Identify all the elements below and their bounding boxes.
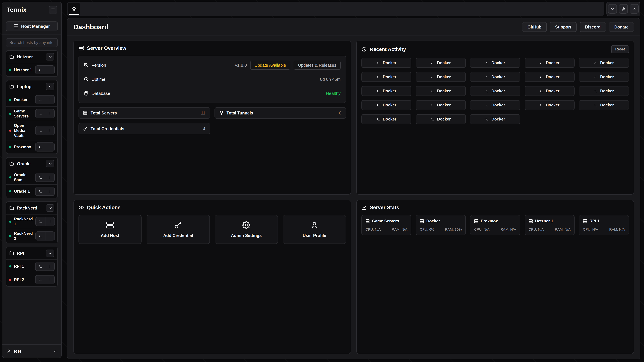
search-input[interactable]	[6, 38, 58, 47]
activity-docker-button[interactable]: Docker	[524, 100, 574, 110]
host-menu-button[interactable]	[45, 276, 54, 284]
activity-docker-button[interactable]: Docker	[524, 72, 574, 82]
admin-settings-button[interactable]: Admin Settings	[215, 215, 278, 244]
group-collapse-button[interactable]	[46, 83, 54, 90]
group-collapse-button[interactable]	[46, 160, 54, 167]
server-stats-grid: Game ServersCPU: N/ARAM: N/ADockerCPU: 6…	[362, 215, 629, 235]
activity-docker-button[interactable]: Docker	[579, 72, 629, 82]
host-row-proxmox[interactable]: Proxmox	[6, 140, 57, 153]
activity-docker-button[interactable]: Docker	[524, 58, 574, 68]
status-dot-online	[9, 221, 11, 223]
host-manager-button[interactable]: Host Manager	[6, 21, 58, 31]
tools-button[interactable]	[619, 4, 628, 13]
reset-button[interactable]: Reset	[611, 45, 629, 53]
activity-docker-button[interactable]: Docker	[470, 86, 520, 96]
host-terminal-button[interactable]	[36, 276, 45, 284]
activity-docker-button[interactable]: Docker	[470, 72, 520, 82]
donate-button[interactable]: Donate	[609, 22, 634, 32]
add-host-button[interactable]: Add Host	[78, 215, 142, 244]
activity-docker-button[interactable]: Docker	[579, 100, 629, 110]
quick-actions-title: Quick Actions	[87, 205, 120, 210]
host-row-hetzner-1[interactable]: Hetzner 1	[6, 63, 57, 76]
recent-activity-header: Recent Activity Reset	[362, 45, 629, 53]
host-name: Oracle 1	[14, 189, 30, 194]
tab-home[interactable]	[68, 3, 80, 15]
activity-docker-button[interactable]: Docker	[470, 114, 520, 124]
total-card-total-tunnels: Total Tunnels0	[214, 107, 346, 119]
stat-host-name: RPI 1	[590, 219, 600, 223]
host-row-rpi-1[interactable]: RPI 1	[6, 259, 57, 273]
host-row-game-servers[interactable]: Game Servers	[6, 106, 57, 121]
host-menu-button[interactable]	[45, 126, 54, 135]
host-row-docker[interactable]: Docker	[6, 93, 57, 106]
totals-grid: Total Servers11Total Tunnels0Total Crede…	[78, 107, 346, 134]
group-header-hetzner[interactable]: Hetzner	[6, 51, 57, 63]
sidebar-menu-button[interactable]	[49, 6, 57, 14]
collapse-tabs-button[interactable]	[608, 4, 617, 13]
group-header-laptop[interactable]: Laptop	[6, 80, 57, 93]
host-menu-button[interactable]	[45, 187, 54, 195]
host-menu-button[interactable]	[45, 173, 54, 182]
host-terminal-button[interactable]	[36, 187, 45, 195]
host-menu-button[interactable]	[45, 95, 54, 104]
host-terminal-button[interactable]	[36, 217, 45, 226]
activity-docker-button[interactable]: Docker	[416, 72, 466, 82]
host-terminal-button[interactable]	[36, 173, 45, 182]
add-credential-button[interactable]: Add Credential	[146, 215, 210, 244]
activity-docker-button[interactable]: Docker	[579, 58, 629, 68]
host-row-rpi-2[interactable]: RPI 2	[6, 273, 57, 286]
host-terminal-button[interactable]	[36, 66, 45, 74]
host-terminal-button[interactable]	[36, 95, 45, 104]
activity-docker-button[interactable]: Docker	[470, 58, 520, 68]
host-menu-button[interactable]	[45, 232, 54, 240]
ellipsis-vertical-icon	[48, 145, 52, 149]
host-row-oracle-sam[interactable]: Oracle Sam	[6, 170, 57, 184]
updates-releases-button[interactable]: Updates & Releases	[294, 61, 340, 70]
total-card-total-credentials: Total Credentials4	[78, 123, 210, 134]
activity-docker-button[interactable]: Docker	[362, 58, 412, 68]
user-menu[interactable]: test	[2, 344, 62, 358]
activity-docker-button[interactable]: Docker	[416, 100, 466, 110]
host-terminal-button[interactable]	[36, 143, 45, 151]
host-menu-button[interactable]	[45, 262, 54, 271]
host-terminal-button[interactable]	[36, 126, 45, 135]
host-row-oracle-1[interactable]: Oracle 1	[6, 184, 57, 198]
group-header-oracle[interactable]: Oracle	[6, 158, 57, 170]
host-row-racknerd-1[interactable]: RackNerd 1	[6, 214, 57, 229]
activity-docker-button[interactable]: Docker	[416, 114, 466, 124]
activity-docker-button[interactable]: Docker	[524, 86, 574, 96]
group-collapse-button[interactable]	[46, 53, 54, 60]
host-menu-button[interactable]	[45, 109, 54, 118]
server-icon	[106, 221, 114, 229]
activity-docker-button[interactable]: Docker	[579, 86, 629, 96]
activity-docker-button[interactable]: Docker	[416, 58, 466, 68]
host-menu-button[interactable]	[45, 143, 54, 151]
activity-docker-button[interactable]: Docker	[416, 86, 466, 96]
group-header-racknerd[interactable]: RackNerd	[6, 202, 57, 214]
activity-docker-button[interactable]: Docker	[470, 100, 520, 110]
stat-cpu: CPU: N/A	[366, 227, 381, 231]
host-terminal-button[interactable]	[36, 262, 45, 271]
activity-docker-button[interactable]: Docker	[362, 86, 412, 96]
host-menu-button[interactable]	[45, 66, 54, 74]
support-button[interactable]: Support	[550, 22, 576, 32]
host-row-open-media-vault[interactable]: Open Media Vault	[6, 121, 57, 140]
update-available-button[interactable]: Update Available	[250, 61, 290, 70]
group-header-rpi[interactable]: RPI	[6, 247, 57, 259]
host-row-racknerd-2[interactable]: RackNerd 2	[6, 229, 57, 243]
group-collapse-button[interactable]	[46, 204, 54, 212]
github-button[interactable]: GitHub	[522, 22, 547, 32]
expand-tabs-button[interactable]	[630, 4, 639, 13]
host-terminal-button[interactable]	[36, 232, 45, 240]
activity-docker-button[interactable]: Docker	[362, 72, 412, 82]
host-terminal-button[interactable]	[36, 109, 45, 118]
user-profile-button[interactable]: User Profile	[283, 215, 346, 244]
activity-docker-button[interactable]: Docker	[362, 100, 412, 110]
folder-icon	[10, 162, 14, 166]
chevron-up-icon	[53, 349, 57, 353]
discord-button[interactable]: Discord	[580, 22, 606, 32]
activity-docker-button[interactable]: Docker	[362, 114, 412, 124]
group-name: RPI	[17, 251, 24, 256]
host-menu-button[interactable]	[45, 217, 54, 226]
group-collapse-button[interactable]	[46, 250, 54, 257]
